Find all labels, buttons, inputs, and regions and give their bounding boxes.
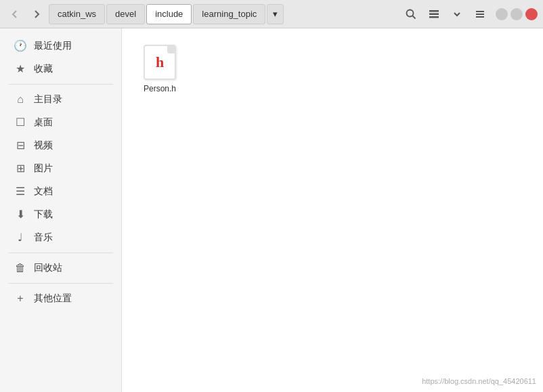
sidebar-item-home[interactable]: ⌂ 主目录	[3, 89, 118, 110]
minimize-button[interactable]	[496, 8, 508, 20]
nav-back-button[interactable]	[5, 5, 24, 24]
sidebar-label-other: 其他位置	[34, 292, 72, 305]
sidebar-divider-1	[8, 84, 113, 85]
sidebar-divider-3	[8, 283, 113, 284]
breadcrumb-dropdown-button[interactable]: ▾	[267, 4, 284, 24]
svg-rect-2	[429, 10, 439, 12]
pictures-icon: ⊞	[14, 162, 27, 175]
breadcrumb-catkin-ws[interactable]: catkin_ws	[49, 4, 105, 24]
menu-icon	[475, 9, 485, 20]
documents-icon: ☰	[14, 185, 27, 198]
sidebar-item-trash[interactable]: 🗑 回收站	[3, 257, 118, 279]
sidebar-label-trash: 回收站	[34, 262, 62, 274]
sidebar: 🕐 最近使用 ★ 收藏 ⌂ 主目录 ☐ 桌面 ⊟ 视频 ⊞ 图片 ☰ 文档 ⬇	[0, 28, 122, 392]
main-area: 🕐 最近使用 ★ 收藏 ⌂ 主目录 ☐ 桌面 ⊟ 视频 ⊞ 图片 ☰ 文档 ⬇	[0, 28, 543, 392]
view-list-button[interactable]	[424, 4, 444, 24]
list-view-icon	[429, 9, 439, 20]
file-item[interactable]: h Person.h	[133, 39, 187, 97]
sidebar-item-favorites[interactable]: ★ 收藏	[3, 58, 118, 80]
forward-icon	[32, 9, 41, 19]
svg-point-0	[407, 9, 414, 16]
sidebar-label-videos: 视频	[34, 139, 53, 152]
other-icon: +	[14, 292, 27, 305]
svg-rect-4	[429, 16, 439, 18]
breadcrumb: catkin_ws devel include learning_topic ▾	[49, 4, 398, 24]
sidebar-divider-2	[8, 253, 113, 253]
file-icon-letter: h	[156, 53, 164, 71]
sidebar-label-favorites: 收藏	[34, 63, 53, 75]
sidebar-label-pictures: 图片	[34, 162, 53, 175]
nav-forward-button[interactable]	[27, 5, 46, 24]
titlebar: catkin_ws devel include learning_topic ▾	[0, 0, 543, 28]
file-name: Person.h	[144, 84, 176, 93]
svg-rect-3	[429, 13, 439, 15]
sidebar-label-music: 音乐	[34, 232, 53, 244]
sidebar-item-downloads[interactable]: ⬇ 下载	[3, 203, 118, 225]
sidebar-label-recent: 最近使用	[34, 40, 72, 52]
search-icon	[406, 9, 416, 20]
maximize-button[interactable]	[511, 8, 523, 20]
watermark: https://blog.csdn.net/qq_45420611	[422, 377, 536, 385]
back-icon	[10, 9, 20, 19]
view-toggle-button[interactable]	[447, 4, 467, 24]
file-icon-wrapper: h	[142, 43, 177, 81]
downloads-icon: ⬇	[14, 208, 27, 221]
sidebar-label-downloads: 下载	[34, 209, 53, 221]
svg-line-1	[413, 16, 416, 18]
sidebar-item-pictures[interactable]: ⊞ 图片	[3, 157, 118, 179]
search-button[interactable]	[401, 4, 421, 24]
file-area: h Person.h https://blog.csdn.net/qq_4542…	[122, 28, 543, 392]
sidebar-label-desktop: 桌面	[34, 116, 53, 129]
sidebar-label-documents: 文档	[34, 186, 53, 198]
sidebar-item-videos[interactable]: ⊟ 视频	[3, 134, 118, 156]
close-button[interactable]	[525, 8, 538, 20]
desktop-icon: ☐	[14, 116, 27, 129]
breadcrumb-include[interactable]: include	[146, 4, 192, 24]
breadcrumb-devel[interactable]: devel	[106, 4, 145, 24]
favorites-icon: ★	[14, 62, 27, 75]
view-toggle-icon	[452, 9, 462, 20]
trash-icon: 🗑	[14, 262, 27, 274]
menu-button[interactable]	[470, 4, 490, 24]
sidebar-item-documents[interactable]: ☰ 文档	[3, 180, 118, 202]
sidebar-item-other[interactable]: + 其他位置	[3, 288, 118, 309]
music-icon: ♩	[14, 231, 27, 244]
recent-icon: 🕐	[14, 39, 27, 52]
videos-icon: ⊟	[14, 139, 27, 152]
sidebar-label-home: 主目录	[34, 93, 62, 106]
file-grid: h Person.h	[133, 39, 532, 97]
file-icon-bg: h	[144, 45, 176, 80]
breadcrumb-learning-topic[interactable]: learning_topic	[193, 4, 265, 24]
sidebar-item-desktop[interactable]: ☐ 桌面	[3, 111, 118, 133]
sidebar-item-recent[interactable]: 🕐 最近使用	[3, 35, 118, 57]
sidebar-item-music[interactable]: ♩ 音乐	[3, 226, 118, 248]
home-icon: ⌂	[14, 93, 27, 106]
toolbar-right	[401, 4, 490, 24]
window-controls	[496, 8, 538, 20]
